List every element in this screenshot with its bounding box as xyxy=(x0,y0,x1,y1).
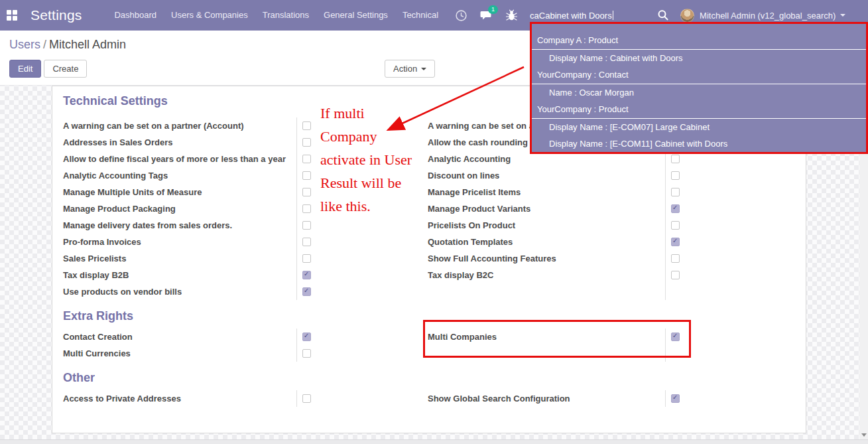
breadcrumb-users-link[interactable]: Users xyxy=(9,38,40,51)
checkbox-cell xyxy=(665,167,795,184)
search-result-category-yourcompany-contact: YourCompany : Contact xyxy=(532,66,866,84)
setting-label-pro-forma-invoices: Pro-forma Invoices xyxy=(63,234,296,250)
checkbox-pro-forma-invoices[interactable] xyxy=(302,238,311,246)
checkbox-addresses-in-sales-orders[interactable] xyxy=(302,138,311,147)
create-button[interactable]: Create xyxy=(44,60,87,78)
search-result-category-yourcompany-product: YourCompany : Product xyxy=(532,101,866,119)
menu-item-dashboard[interactable]: Dashboard xyxy=(107,0,164,31)
text-cursor xyxy=(613,11,613,20)
search-result-item-name-oscar-morgan[interactable]: Name : Oscar Morgan xyxy=(532,84,866,101)
setting-label-show-global-search-configuration: Show Global Search Configuration xyxy=(428,390,665,407)
global-search: caCabinet with Doors xyxy=(530,9,670,22)
checkbox-manage-pricelist-items[interactable] xyxy=(671,188,680,196)
checkbox-allow-to-define-fiscal-years-of-more-or-le[interactable] xyxy=(302,155,311,163)
setting-label-sales-pricelists: Sales Pricelists xyxy=(63,250,296,267)
setting-label-manage-pricelist-items: Manage Pricelist Items xyxy=(428,184,665,200)
breadcrumb-separator: / xyxy=(40,38,49,51)
checkbox-show-global-search-configuration[interactable] xyxy=(671,394,680,403)
bug-icon[interactable] xyxy=(505,9,518,22)
annotation-box-multi-companies xyxy=(423,320,691,358)
checkbox-manage-delivery-dates-from-sales-orders[interactable] xyxy=(302,221,311,230)
search-value: caCabinet with Doors xyxy=(530,11,612,21)
checkbox-analytic-accounting[interactable] xyxy=(671,155,680,163)
setting-label-pricelists-on-product: Pricelists On Product xyxy=(428,217,665,234)
search-result-item-display-name-cabinet-with-doors[interactable]: Display Name : Cabinet with Doors xyxy=(532,50,866,66)
annotation-line: like this. xyxy=(320,194,446,218)
app-title: Settings xyxy=(31,7,82,23)
checkbox-cell xyxy=(665,184,795,200)
checkbox-sales-pricelists[interactable] xyxy=(302,254,311,263)
section-title-other: Other xyxy=(63,371,795,385)
nav-icons: 1 xyxy=(455,9,518,22)
setting-label-addresses-in-sales-orders: Addresses in Sales Orders xyxy=(63,134,296,151)
scroll-down-arrow-icon[interactable] xyxy=(861,433,867,437)
messages-badge: 1 xyxy=(488,5,498,14)
menu-item-technical[interactable]: Technical xyxy=(395,0,446,31)
clock-icon[interactable] xyxy=(455,9,467,22)
search-dropdown: Company A : ProductDisplay Name : Cabine… xyxy=(530,22,868,154)
setting-label-tax-display-b2b: Tax display B2B xyxy=(63,267,296,283)
settings-grid: Access to Private AddressesShow Global S… xyxy=(63,390,795,407)
menu-item-general-settings[interactable]: General Settings xyxy=(316,0,395,31)
checkbox-cell xyxy=(665,390,795,407)
search-result-category-company-a-product: Company A : Product xyxy=(532,32,866,50)
checkbox-manage-product-variants[interactable] xyxy=(671,204,680,213)
search-result-item-display-name-e-com11-cabinet-with-doors[interactable]: Display Name : [E-COM11] Cabinet with Do… xyxy=(532,135,866,152)
edit-button[interactable]: Edit xyxy=(9,60,41,78)
user-menu[interactable]: Mitchell Admin (v12_global_search) xyxy=(680,9,845,23)
setting-label-access-to-private-addresses: Access to Private Addresses xyxy=(63,390,296,407)
checkbox-access-to-private-addresses[interactable] xyxy=(302,394,311,403)
annotation-arrow xyxy=(368,56,534,139)
breadcrumb: Users/Mitchell Admin xyxy=(9,38,126,52)
user-name: Mitchell Admin (v12_global_search) xyxy=(700,11,836,21)
search-result-item-display-name-e-com07-large-cabinet[interactable]: Display Name : [E-COM07] Large Cabinet xyxy=(532,119,866,135)
checkbox-cell xyxy=(296,329,428,345)
checkbox-quotation-templates[interactable] xyxy=(671,238,680,246)
setting-label-multi-currencies: Multi Currencies xyxy=(63,345,296,362)
setting-label-allow-to-define-fiscal-years-of-more-or-le: Allow to define fiscal years of more or … xyxy=(63,151,296,167)
checkbox-tax-display-b2c[interactable] xyxy=(671,271,680,279)
checkbox-cell xyxy=(665,200,795,217)
setting-label-use-products-on-vendor-bills: Use products on vendor bills xyxy=(63,283,296,300)
button-row: Edit Create xyxy=(9,60,87,78)
setting-label-discount-on-lines: Discount on lines xyxy=(428,167,665,184)
setting-label-manage-multiple-units-of-measure: Manage Multiple Units of Measure xyxy=(63,184,296,200)
checkbox-show-full-accounting-features[interactable] xyxy=(671,254,680,263)
annotation-line: Result will be xyxy=(320,171,446,194)
menu-item-users-companies[interactable]: Users & Companies xyxy=(164,0,255,31)
checkbox-multi-currencies[interactable] xyxy=(302,349,311,358)
checkbox-a-warning-can-be-set-on-a-partner-account[interactable] xyxy=(302,121,311,130)
search-icon[interactable] xyxy=(657,9,670,22)
apps-grid-icon[interactable] xyxy=(7,10,17,21)
setting-label-empty xyxy=(428,283,665,300)
horizontal-scrollbar[interactable] xyxy=(0,439,868,444)
checkbox-manage-product-packaging[interactable] xyxy=(302,204,311,213)
form-section-other: OtherAccess to Private AddressesShow Glo… xyxy=(63,371,795,407)
checkbox-cell xyxy=(296,283,428,300)
checkbox-pricelists-on-product[interactable] xyxy=(671,221,680,230)
checkbox-analytic-accounting-tags[interactable] xyxy=(302,171,311,180)
avatar xyxy=(680,9,694,23)
checkbox-cell xyxy=(665,217,795,234)
setting-label-manage-product-variants: Manage Product Variants xyxy=(428,200,665,217)
setting-label-show-full-accounting-features: Show Full Accounting Features xyxy=(428,250,665,267)
setting-label-contact-creation: Contact Creation xyxy=(63,329,296,345)
setting-label-manage-product-packaging: Manage Product Packaging xyxy=(63,200,296,217)
breadcrumb-current: Mitchell Admin xyxy=(49,38,126,51)
chat-icon[interactable]: 1 xyxy=(480,9,493,22)
checkbox-cell xyxy=(665,267,795,283)
global-search-input[interactable]: caCabinet with Doors xyxy=(530,11,657,21)
checkbox-cell xyxy=(296,390,428,407)
setting-label-quotation-templates: Quotation Templates xyxy=(428,234,665,250)
checkbox-manage-multiple-units-of-measure[interactable] xyxy=(302,188,311,196)
annotation-line: activate in User xyxy=(320,148,446,171)
checkbox-contact-creation[interactable] xyxy=(302,333,311,341)
top-menu: DashboardUsers & CompaniesTranslationsGe… xyxy=(107,0,446,31)
setting-label-a-warning-can-be-set-on-a-partner-account: A warning can be set on a partner (Accou… xyxy=(63,117,296,134)
checkbox-discount-on-lines[interactable] xyxy=(671,171,680,180)
checkbox-tax-display-b2b[interactable] xyxy=(302,271,311,279)
checkbox-cell xyxy=(296,234,428,250)
caret-down-icon xyxy=(840,14,845,17)
menu-item-translations[interactable]: Translations xyxy=(255,0,316,31)
checkbox-use-products-on-vendor-bills[interactable] xyxy=(302,287,311,296)
